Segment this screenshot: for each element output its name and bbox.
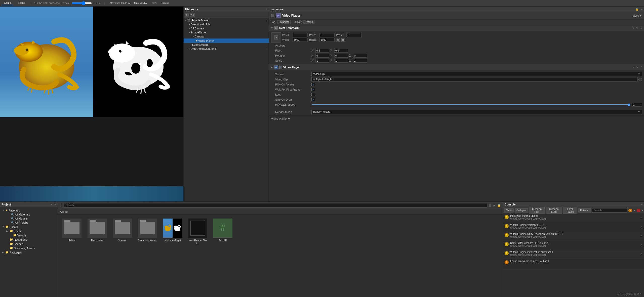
stats-btn[interactable]: Stats: [150, 2, 157, 5]
ptree-all-prefabs[interactable]: 🔍 All Prefabs: [0, 221, 58, 225]
asset-render-texture[interactable]: New Render Text...: [188, 219, 208, 245]
ptree-streaming-assets[interactable]: 📁 StreamingAssets: [0, 246, 58, 250]
log-item-0[interactable]: ! Initializing Vuforia Engine UnityEngin…: [503, 214, 644, 223]
object-active-checkbox[interactable]: [271, 14, 274, 17]
source-dropdown[interactable]: Video Clip ▼: [311, 72, 642, 76]
ptree-packages[interactable]: ▶ 📁 Packages: [0, 250, 58, 254]
mute-audio-btn[interactable]: Mute Audio: [133, 2, 148, 5]
video-player-comp-header[interactable]: ▼ ▶ ✓ Video Player ? ✎ ⋮: [269, 64, 644, 70]
ptree-assets[interactable]: ▼ 📁 Assets: [0, 225, 58, 229]
asset-editor[interactable]: Editor: [62, 219, 82, 242]
pos-z-input[interactable]: [346, 33, 361, 37]
inspector-lock-btn[interactable]: 🔒: [635, 8, 639, 11]
hier-item-eventsystem[interactable]: EventSystem: [184, 43, 269, 47]
log-item-1[interactable]: ! Vuforia Engine Version: 8.1.12 UnityEn…: [503, 223, 644, 232]
log-item-5[interactable]: ! Found Trackable named 3 with id 1: [503, 259, 644, 268]
scale-slider[interactable]: [72, 1, 92, 5]
hier-item-directional-light[interactable]: ▶ Directional Light: [184, 22, 269, 26]
hierarchy-add-btn[interactable]: +: [185, 13, 189, 17]
log-item-4[interactable]: ! Vuforia Engine initialization successf…: [503, 250, 644, 259]
loop-checkbox[interactable]: [311, 93, 315, 96]
pivot-y-input[interactable]: [334, 49, 348, 53]
playback-speed-input[interactable]: [632, 103, 642, 107]
hier-item-imagetarget[interactable]: ▼ ImageTarget: [184, 30, 269, 34]
ptree-all-models[interactable]: 🔍 All Models: [0, 217, 58, 221]
console-error-pause-btn[interactable]: Error Pause: [563, 207, 577, 214]
ptree-scenes[interactable]: 📁 Scenes: [0, 242, 58, 246]
project-add-btn[interactable]: +: [51, 203, 52, 206]
ptree-resources[interactable]: 📁 Resources: [0, 237, 58, 242]
inspector-options[interactable]: ≡: [641, 8, 642, 11]
project-options[interactable]: ≡: [55, 203, 56, 206]
rot-x-input[interactable]: [315, 54, 329, 58]
hier-options-samplescene[interactable]: ⋮: [266, 19, 268, 22]
ptree-favorites[interactable]: ▼ ★ Favorites: [0, 208, 58, 213]
hier-item-videoplayer[interactable]: ▶ Video Player: [184, 38, 269, 43]
layer-dropdown[interactable]: Default: [303, 20, 315, 24]
asset-alphaleftright[interactable]: AlphaLeftRight: [163, 219, 183, 242]
console-editor-btn[interactable]: Editor▼: [578, 208, 591, 213]
scale-z-input[interactable]: [353, 59, 367, 63]
width-input[interactable]: [293, 38, 308, 42]
hier-item-dontdestroyonload[interactable]: ▶ DontDestroyOnLoad ⋮: [184, 47, 269, 51]
scale-x-input[interactable]: [315, 59, 329, 63]
hier-options-dontdestroy[interactable]: ⋮: [266, 48, 268, 50]
vp-options[interactable]: ⋮: [640, 66, 642, 69]
static-label[interactable]: Static ▼: [632, 14, 642, 17]
assets-options-btn[interactable]: ⋮: [60, 204, 63, 207]
width-r-btn2[interactable]: R: [341, 38, 345, 42]
skip-on-drop-checkbox[interactable]: [311, 98, 315, 101]
width-r-btn[interactable]: R: [336, 38, 340, 42]
rt-help-icon[interactable]: ?: [633, 27, 634, 29]
rt-edit-icon[interactable]: ✎: [636, 27, 638, 29]
assets-star-btn[interactable]: ★: [493, 204, 496, 207]
tab-scene[interactable]: Scene: [15, 1, 27, 5]
asset-streaming[interactable]: StreamingAssets: [137, 219, 157, 242]
log-item-2[interactable]: ! Vuforia Engine Unity Extension Version…: [503, 232, 644, 241]
console-clear-btn[interactable]: Clear: [504, 208, 514, 213]
vp-edit-icon[interactable]: ✎: [636, 66, 638, 69]
assets-lock-btn[interactable]: 🔒: [497, 204, 501, 207]
assets-search-input[interactable]: [64, 203, 487, 207]
rot-y-input[interactable]: [334, 54, 348, 58]
play-on-awake-checkbox[interactable]: [311, 83, 315, 86]
asset-testar[interactable]: # TestAR: [213, 219, 233, 242]
hier-item-samplescene[interactable]: ▼ 🎬 SampleScene* ⋮: [184, 18, 269, 22]
assets-view-btn[interactable]: ☰: [489, 204, 491, 207]
rot-z-input[interactable]: [353, 54, 367, 58]
wait-for-first-frame-checkbox[interactable]: [311, 88, 315, 91]
anchor-icon[interactable]: [271, 32, 281, 43]
video-clip-picker[interactable]: [638, 78, 642, 81]
hierarchy-all-btn[interactable]: All: [190, 13, 195, 17]
log-item-3[interactable]: ! Unity Editor Version: 2019.4.24f1c1 Un…: [503, 241, 644, 250]
pivot-x-input[interactable]: [315, 49, 329, 53]
tab-game[interactable]: Game: [2, 1, 13, 5]
height-input[interactable]: [319, 38, 335, 42]
ptree-vuforia[interactable]: 📁 Vuforia: [0, 233, 58, 237]
hier-item-canvas[interactable]: ▼ Canvas: [184, 34, 269, 38]
render-mode-dropdown[interactable]: Render Texture ▼: [311, 110, 642, 114]
vp-subheader[interactable]: Video Player ▼: [269, 116, 644, 122]
asset-scenes[interactable]: Scenes: [112, 219, 132, 242]
rt-options[interactable]: ⋮: [640, 27, 642, 29]
console-search-input[interactable]: [592, 208, 627, 213]
rect-transform-header[interactable]: ▼ ⊞ Rect Transform ? ✎ ⋮: [269, 25, 644, 31]
scale-y-input[interactable]: [334, 59, 348, 63]
vp-help-icon[interactable]: ?: [633, 66, 634, 69]
hierarchy-options[interactable]: ≡: [266, 8, 267, 11]
pos-x-input[interactable]: [293, 33, 308, 37]
console-collapse-btn[interactable]: Collapse: [515, 208, 528, 213]
maximize-on-play-btn[interactable]: Maximize On Play: [109, 2, 131, 5]
playback-speed-thumb[interactable]: [628, 104, 630, 106]
gizmos-btn[interactable]: Gizmos: [159, 2, 170, 5]
tag-dropdown[interactable]: Untagged: [277, 20, 291, 24]
console-options[interactable]: ≡: [641, 203, 642, 206]
pos-y-input[interactable]: [319, 33, 335, 37]
asset-resources[interactable]: Resources: [87, 219, 107, 242]
ptree-editor[interactable]: ▶ 📁 Editor: [0, 229, 58, 233]
ptree-all-materials[interactable]: 🔍 All Materials: [0, 213, 58, 217]
console-clear-on-build-btn[interactable]: Clear on Build: [546, 207, 562, 214]
vp-enabled-checkbox[interactable]: ✓: [279, 66, 282, 69]
hier-item-arcamera[interactable]: ▶ ARCamera: [184, 26, 269, 30]
console-clear-on-play-btn[interactable]: Clear on Play: [529, 207, 545, 214]
